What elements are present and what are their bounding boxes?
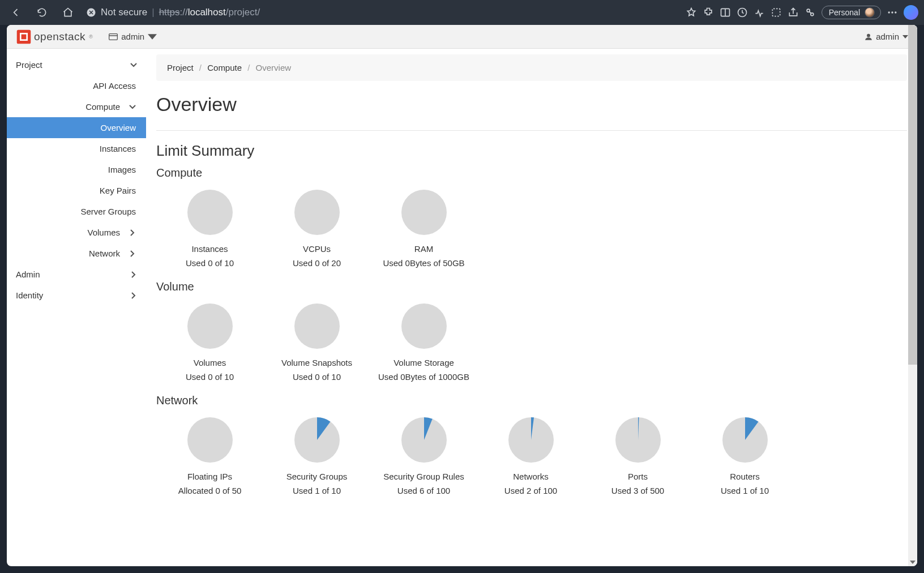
vertical-scrollbar[interactable] bbox=[908, 25, 917, 566]
breadcrumb-project[interactable]: Project bbox=[167, 63, 194, 72]
quota-usage: Used 0 of 10 bbox=[263, 372, 370, 382]
quota-pie-icon bbox=[187, 190, 233, 235]
quota-pie-icon bbox=[508, 417, 554, 463]
sidebar-item-project[interactable]: Project bbox=[7, 54, 146, 75]
quota-pie-icon bbox=[401, 190, 447, 235]
quota-pie-icon bbox=[722, 417, 768, 463]
breadcrumb: Project / Compute / Overview bbox=[156, 54, 907, 81]
app-menu-icon[interactable] bbox=[805, 7, 816, 18]
profile-button[interactable]: Personal bbox=[822, 6, 881, 19]
chevron-down-icon bbox=[130, 62, 137, 69]
sidebar-item-key-pairs[interactable]: Key Pairs bbox=[7, 180, 146, 201]
scroll-thumb[interactable] bbox=[908, 25, 917, 365]
scroll-down-icon[interactable] bbox=[910, 559, 916, 565]
svg-point-8 bbox=[895, 11, 896, 13]
not-secure-icon bbox=[86, 7, 96, 18]
breadcrumb-current: Overview bbox=[256, 63, 292, 72]
project-selector[interactable]: admin bbox=[109, 32, 157, 41]
quota-usage: Used 6 of 100 bbox=[370, 486, 477, 495]
sidebar-item-compute[interactable]: Compute bbox=[7, 96, 146, 117]
breadcrumb-compute[interactable]: Compute bbox=[207, 63, 242, 72]
project-icon bbox=[109, 33, 118, 41]
quota-label: Ports bbox=[584, 472, 691, 481]
reload-button[interactable] bbox=[32, 2, 52, 23]
sidebar-item-identity[interactable]: Identity bbox=[7, 285, 146, 306]
quota-item: Security GroupsUsed 1 of 10 bbox=[263, 414, 370, 495]
app-topbar: openstack® admin admin bbox=[7, 25, 917, 49]
svg-point-13 bbox=[867, 33, 870, 37]
sidebar-item-instances[interactable]: Instances bbox=[7, 138, 146, 159]
quota-pie-icon bbox=[615, 417, 661, 463]
quota-pie-icon bbox=[294, 417, 340, 463]
svg-point-18 bbox=[294, 303, 340, 349]
chevron-right-icon bbox=[130, 292, 137, 299]
quota-item: VolumesUsed 0 of 10 bbox=[156, 300, 263, 382]
split-screen-icon[interactable] bbox=[720, 7, 731, 18]
user-menu[interactable]: admin bbox=[865, 32, 908, 41]
quota-row-volume: VolumesUsed 0 of 10Volume SnapshotsUsed … bbox=[156, 300, 907, 382]
quota-item: Floating IPsAllocated 0 of 50 bbox=[156, 414, 263, 495]
avatar bbox=[865, 7, 875, 18]
quota-label: VCPUs bbox=[263, 244, 370, 254]
quota-usage: Used 2 of 100 bbox=[477, 486, 584, 495]
extensions-icon[interactable] bbox=[703, 7, 714, 18]
sidebar-item-network[interactable]: Network bbox=[7, 243, 146, 264]
svg-point-14 bbox=[187, 190, 233, 235]
chevron-down-icon bbox=[129, 104, 136, 110]
security-status[interactable]: Not secure bbox=[86, 7, 147, 18]
svg-point-7 bbox=[891, 11, 893, 13]
quota-pie-icon bbox=[187, 303, 233, 349]
quota-label: Volume Storage bbox=[370, 358, 477, 367]
svg-rect-11 bbox=[22, 34, 27, 39]
browser-toolbar: Not secure | https://localhost/project/ … bbox=[0, 0, 924, 25]
quota-pie-icon bbox=[294, 303, 340, 349]
sidebar-item-overview[interactable]: Overview bbox=[7, 117, 146, 138]
quota-row-compute: InstancesUsed 0 of 10VCPUsUsed 0 of 20RA… bbox=[156, 186, 907, 268]
svg-point-6 bbox=[888, 11, 890, 13]
sidebar-item-images[interactable]: Images bbox=[7, 159, 146, 180]
caret-down-icon bbox=[148, 33, 157, 41]
favorite-icon[interactable] bbox=[686, 7, 697, 18]
screenshot-icon[interactable] bbox=[771, 7, 782, 18]
quota-label: Instances bbox=[156, 244, 263, 254]
quota-usage: Used 0 of 20 bbox=[263, 258, 370, 268]
quota-pie-icon bbox=[294, 190, 340, 235]
quota-item: Volume SnapshotsUsed 0 of 10 bbox=[263, 300, 370, 382]
sidebar: Project API Access Compute Overview Inst… bbox=[7, 49, 146, 566]
limit-summary-heading: Limit Summary bbox=[156, 142, 907, 160]
sidebar-item-api-access[interactable]: API Access bbox=[7, 75, 146, 96]
quota-label: RAM bbox=[370, 244, 477, 254]
sidebar-item-volumes[interactable]: Volumes bbox=[7, 222, 146, 243]
share-icon[interactable] bbox=[788, 7, 799, 18]
page-viewport: openstack® admin admin Project API Acces… bbox=[7, 25, 917, 566]
quota-label: Routers bbox=[691, 472, 798, 481]
back-button[interactable] bbox=[6, 2, 26, 23]
svg-point-17 bbox=[187, 303, 233, 349]
home-button[interactable] bbox=[58, 2, 78, 23]
brand-logo[interactable]: openstack® bbox=[16, 29, 93, 45]
history-icon[interactable] bbox=[737, 7, 748, 18]
divider bbox=[156, 130, 907, 131]
sidebar-item-server-groups[interactable]: Server Groups bbox=[7, 201, 146, 222]
page-title: Overview bbox=[156, 93, 907, 116]
address-bar[interactable]: Not secure | https://localhost/project/ bbox=[86, 7, 678, 18]
quota-usage: Used 1 of 10 bbox=[263, 486, 370, 495]
quota-item: InstancesUsed 0 of 10 bbox=[156, 186, 263, 268]
chevron-right-icon bbox=[129, 229, 136, 236]
quota-usage: Used 3 of 500 bbox=[584, 486, 691, 495]
svg-rect-12 bbox=[109, 33, 118, 40]
more-icon[interactable] bbox=[887, 7, 898, 18]
compute-heading: Compute bbox=[156, 166, 907, 179]
svg-point-16 bbox=[401, 190, 447, 235]
performance-icon[interactable] bbox=[754, 7, 765, 18]
quota-label: Security Groups bbox=[263, 472, 370, 481]
quota-usage: Used 1 of 10 bbox=[691, 486, 798, 495]
quota-label: Volumes bbox=[156, 358, 263, 367]
quota-usage: Used 0 of 10 bbox=[156, 258, 263, 268]
sidebar-item-admin[interactable]: Admin bbox=[7, 264, 146, 285]
quota-item: NetworksUsed 2 of 100 bbox=[477, 414, 584, 495]
quota-item: RAMUsed 0Bytes of 50GB bbox=[370, 186, 477, 268]
quota-item: PortsUsed 3 of 500 bbox=[584, 414, 691, 495]
chevron-right-icon bbox=[129, 250, 136, 257]
copilot-icon[interactable] bbox=[904, 5, 918, 20]
